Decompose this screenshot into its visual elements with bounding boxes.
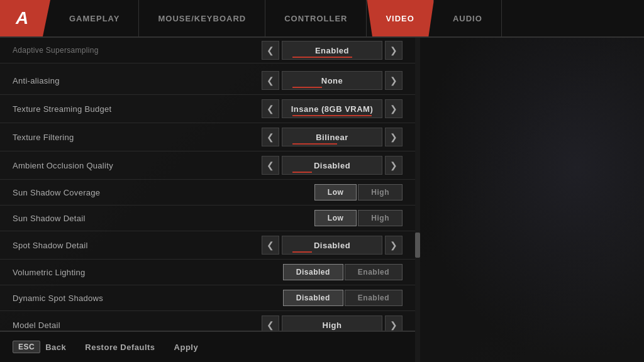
setting-label-spot_shadow_detail: Spot Shadow Detail xyxy=(13,241,262,250)
setting-control-dynamic_spot_shadows: DisabledEnabled xyxy=(283,290,402,306)
value-box-ambient_occlusion: Disabled xyxy=(282,156,382,175)
toggle-option1-sun_shadow_coverage[interactable]: Low xyxy=(314,184,357,200)
partial-value-box: Enabled xyxy=(282,41,382,60)
setting-row-model_detail: Model Detail❮High❯ xyxy=(0,311,415,331)
value-box-anti_aliasing: None xyxy=(282,71,382,90)
settings-panel: Adaptive Supersampling ❮ Enabled ❯ Anti-… xyxy=(0,38,415,362)
setting-label-dynamic_spot_shadows: Dynamic Spot Shadows xyxy=(13,293,283,303)
value-text-ambient_occlusion: Disabled xyxy=(314,161,350,170)
arrow-right-texture_filtering[interactable]: ❯ xyxy=(385,128,402,146)
setting-label-model_detail: Model Detail xyxy=(13,321,262,330)
value-text-model_detail: High xyxy=(323,321,342,330)
setting-row-ambient_occlusion: Ambient Occlusion Quality❮Disabled❯ xyxy=(0,151,415,180)
apply-action[interactable]: Apply xyxy=(174,343,199,352)
toggle-option2-sun_shadow_coverage[interactable]: High xyxy=(358,184,402,200)
setting-row-volumetric_lighting: Volumetric LightingDisabledEnabled xyxy=(0,260,415,285)
setting-control-volumetric_lighting: DisabledEnabled xyxy=(283,264,402,280)
value-underline-anti_aliasing xyxy=(292,87,322,88)
setting-row-texture_streaming_budget: Texture Streaming Budget❮Insane (8GB VRA… xyxy=(0,95,415,123)
arrow-left-model_detail[interactable]: ❮ xyxy=(262,315,279,331)
back-label: Back xyxy=(45,343,66,352)
arrow-right-anti_aliasing[interactable]: ❯ xyxy=(385,71,402,90)
setting-label-texture_filtering: Texture Filtering xyxy=(13,133,262,142)
partial-control: ❮ Enabled ❯ xyxy=(262,41,402,60)
setting-label-ambient_occlusion: Ambient Occlusion Quality xyxy=(13,161,262,170)
setting-row-anti_aliasing: Anti-aliasing❮None❯ xyxy=(0,67,415,95)
value-box-texture_filtering: Bilinear xyxy=(282,128,382,146)
logo-area: A xyxy=(0,0,50,36)
setting-row-sun_shadow_detail: Sun Shadow DetailLowHigh xyxy=(0,206,415,231)
apply-label: Apply xyxy=(174,343,199,352)
nav-tabs: GAMEPLAYMOUSE/KEYBOARDCONTROLLERVIDEOAUD… xyxy=(50,0,644,36)
setting-control-model_detail: ❮High❯ xyxy=(262,315,402,331)
partial-value: Enabled xyxy=(315,46,349,55)
value-text-anti_aliasing: None xyxy=(321,76,343,85)
toggle-option1-volumetric_lighting[interactable]: Disabled xyxy=(283,264,343,280)
partial-underline xyxy=(292,57,352,58)
back-action[interactable]: ESC Back xyxy=(13,341,66,353)
setting-control-texture_streaming_budget: ❮Insane (8GB VRAM)❯ xyxy=(262,99,402,118)
nav-tab-gameplay[interactable]: GAMEPLAY xyxy=(50,0,139,36)
value-underline-ambient_occlusion xyxy=(292,172,313,173)
setting-row-spot_shadow_detail: Spot Shadow Detail❮Disabled❯ xyxy=(0,231,415,260)
setting-label-volumetric_lighting: Volumetric Lighting xyxy=(13,268,283,277)
value-underline-texture_filtering xyxy=(292,143,337,145)
partial-label: Adaptive Supersampling xyxy=(13,46,262,55)
partial-arrow-left[interactable]: ❮ xyxy=(262,41,279,60)
arrow-right-model_detail[interactable]: ❯ xyxy=(385,315,402,331)
arrow-right-ambient_occlusion[interactable]: ❯ xyxy=(385,156,402,175)
scrollbar-thumb[interactable] xyxy=(415,233,420,258)
arrow-left-texture_filtering[interactable]: ❮ xyxy=(262,128,279,146)
nav-tab-audio[interactable]: AUDIO xyxy=(434,0,502,36)
nav-tab-mouse_keyboard[interactable]: MOUSE/KEYBOARD xyxy=(139,0,265,36)
toggle-option1-sun_shadow_detail[interactable]: Low xyxy=(314,210,357,226)
arrow-left-spot_shadow_detail[interactable]: ❮ xyxy=(262,236,279,255)
main-content: Adaptive Supersampling ❮ Enabled ❯ Anti-… xyxy=(0,38,644,362)
setting-label-texture_streaming_budget: Texture Streaming Budget xyxy=(13,104,262,114)
value-box-spot_shadow_detail: Disabled xyxy=(282,236,382,255)
toggle-group-volumetric_lighting: DisabledEnabled xyxy=(283,264,402,280)
setting-control-sun_shadow_coverage: LowHigh xyxy=(314,184,402,200)
esc-key-badge: ESC xyxy=(13,341,40,353)
value-text-spot_shadow_detail: Disabled xyxy=(314,241,350,250)
toggle-option2-volumetric_lighting[interactable]: Enabled xyxy=(345,264,402,280)
setting-label-sun_shadow_detail: Sun Shadow Detail xyxy=(13,214,314,223)
arrow-right-spot_shadow_detail[interactable]: ❯ xyxy=(385,236,402,255)
partial-arrow-right[interactable]: ❯ xyxy=(385,41,402,60)
toggle-option1-dynamic_spot_shadows[interactable]: Disabled xyxy=(283,290,343,306)
partial-row: Adaptive Supersampling ❮ Enabled ❯ xyxy=(0,38,415,63)
value-box-texture_streaming_budget: Insane (8GB VRAM) xyxy=(282,99,382,118)
value-text-texture_streaming_budget: Insane (8GB VRAM) xyxy=(291,104,374,114)
setting-control-spot_shadow_detail: ❮Disabled❯ xyxy=(262,236,402,255)
setting-control-texture_filtering: ❮Bilinear❯ xyxy=(262,128,402,146)
arrow-right-texture_streaming_budget[interactable]: ❯ xyxy=(385,99,402,118)
scrollbar-track[interactable] xyxy=(415,38,420,362)
setting-label-sun_shadow_coverage: Sun Shadow Coverage xyxy=(13,188,314,197)
restore-defaults-label: Restore Defaults xyxy=(85,343,155,352)
toggle-group-sun_shadow_detail: LowHigh xyxy=(314,210,402,226)
right-panel xyxy=(420,38,644,362)
setting-label-anti_aliasing: Anti-aliasing xyxy=(13,76,262,85)
right-background xyxy=(420,38,644,362)
value-underline-spot_shadow_detail xyxy=(292,251,313,253)
settings-scroll[interactable]: Anti-aliasing❮None❯Texture Streaming Bud… xyxy=(0,63,415,331)
toggle-option2-sun_shadow_detail[interactable]: High xyxy=(358,210,402,226)
value-underline-texture_streaming_budget xyxy=(292,115,372,116)
bottom-bar: ESC Back Restore Defaults Apply xyxy=(0,331,415,362)
arrow-left-anti_aliasing[interactable]: ❮ xyxy=(262,71,279,90)
setting-row-dynamic_spot_shadows: Dynamic Spot ShadowsDisabledEnabled xyxy=(0,285,415,311)
arrow-left-ambient_occlusion[interactable]: ❮ xyxy=(262,156,279,175)
apex-logo: A xyxy=(16,8,28,28)
nav-tab-controller[interactable]: CONTROLLER xyxy=(265,0,367,36)
setting-control-ambient_occlusion: ❮Disabled❯ xyxy=(262,156,402,175)
toggle-option2-dynamic_spot_shadows[interactable]: Enabled xyxy=(345,290,402,306)
nav-tab-video[interactable]: VIDEO xyxy=(367,0,433,36)
arrow-left-texture_streaming_budget[interactable]: ❮ xyxy=(262,99,279,118)
top-navigation: A GAMEPLAYMOUSE/KEYBOARDCONTROLLERVIDEOA… xyxy=(0,0,644,38)
setting-row-sun_shadow_coverage: Sun Shadow CoverageLowHigh xyxy=(0,180,415,206)
value-box-model_detail: High xyxy=(282,315,382,331)
setting-control-anti_aliasing: ❮None❯ xyxy=(262,71,402,90)
toggle-group-dynamic_spot_shadows: DisabledEnabled xyxy=(283,290,402,306)
restore-defaults-action[interactable]: Restore Defaults xyxy=(85,343,155,352)
toggle-group-sun_shadow_coverage: LowHigh xyxy=(314,184,402,200)
